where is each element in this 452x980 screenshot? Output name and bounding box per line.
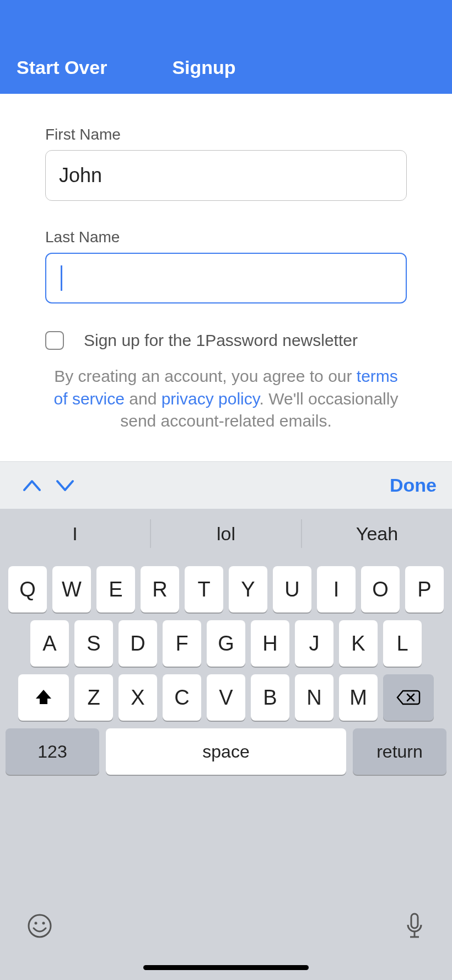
nav-bar: Start Over Signup bbox=[0, 0, 452, 94]
key-g[interactable]: G bbox=[207, 620, 245, 667]
key-l[interactable]: L bbox=[383, 620, 422, 667]
key-d[interactable]: D bbox=[119, 620, 157, 667]
key-s[interactable]: S bbox=[74, 620, 113, 667]
suggestion-bar: I lol Yeah bbox=[0, 509, 452, 558]
shift-key[interactable] bbox=[18, 674, 69, 721]
keyboard-assist-bar: Done bbox=[0, 461, 452, 509]
dictation-button[interactable] bbox=[403, 912, 426, 940]
newsletter-row: Sign up for the 1Password newsletter bbox=[45, 331, 407, 350]
key-a[interactable]: A bbox=[30, 620, 69, 667]
key-row-1: Q W E R T Y U I O P bbox=[6, 566, 446, 612]
emoji-icon bbox=[26, 913, 53, 939]
shift-icon bbox=[34, 688, 53, 707]
svg-point-4 bbox=[42, 922, 45, 925]
text-cursor bbox=[61, 265, 62, 291]
key-y[interactable]: Y bbox=[229, 566, 267, 612]
key-row-2: A S D F G H J K L bbox=[6, 620, 446, 667]
key-c[interactable]: C bbox=[163, 674, 201, 721]
first-name-input[interactable] bbox=[45, 150, 407, 201]
key-e[interactable]: E bbox=[96, 566, 135, 612]
key-v[interactable]: V bbox=[207, 674, 245, 721]
backspace-key[interactable] bbox=[383, 674, 434, 721]
numbers-key[interactable]: 123 bbox=[6, 728, 99, 775]
signup-form: First Name Last Name Sign up for the 1Pa… bbox=[0, 94, 452, 433]
prev-field-button[interactable] bbox=[15, 478, 49, 493]
key-k[interactable]: K bbox=[339, 620, 378, 667]
first-name-label: First Name bbox=[45, 126, 407, 143]
key-o[interactable]: O bbox=[361, 566, 400, 612]
suggestion-2[interactable]: lol bbox=[151, 517, 301, 550]
microphone-icon bbox=[403, 912, 426, 940]
key-h[interactable]: H bbox=[251, 620, 289, 667]
chevron-up-icon bbox=[22, 478, 42, 493]
key-z[interactable]: Z bbox=[74, 674, 113, 721]
newsletter-label: Sign up for the 1Password newsletter bbox=[84, 331, 358, 350]
chevron-down-icon bbox=[55, 478, 75, 493]
next-field-button[interactable] bbox=[49, 478, 82, 493]
key-b[interactable]: B bbox=[251, 674, 289, 721]
privacy-link[interactable]: privacy policy bbox=[162, 390, 260, 408]
return-key[interactable]: return bbox=[353, 728, 446, 775]
legal-prefix: By creating an account, you agree to our bbox=[54, 367, 357, 385]
last-name-input[interactable] bbox=[45, 253, 407, 303]
key-q[interactable]: Q bbox=[8, 566, 47, 612]
key-t[interactable]: T bbox=[185, 566, 223, 612]
key-r[interactable]: R bbox=[141, 566, 179, 612]
suggestion-1[interactable]: I bbox=[0, 517, 150, 550]
suggestion-3[interactable]: Yeah bbox=[302, 517, 452, 550]
svg-point-2 bbox=[29, 915, 51, 937]
key-u[interactable]: U bbox=[273, 566, 311, 612]
emoji-button[interactable] bbox=[26, 913, 53, 939]
svg-rect-5 bbox=[411, 914, 418, 928]
last-name-label: Last Name bbox=[45, 228, 407, 246]
key-p[interactable]: P bbox=[405, 566, 444, 612]
space-key[interactable]: space bbox=[106, 728, 346, 775]
key-i[interactable]: I bbox=[317, 566, 356, 612]
key-f[interactable]: F bbox=[163, 620, 201, 667]
first-name-group: First Name bbox=[45, 126, 407, 201]
key-row-3: Z X C V B N M bbox=[6, 674, 446, 721]
legal-and: and bbox=[125, 390, 162, 408]
newsletter-checkbox[interactable] bbox=[45, 331, 64, 350]
key-n[interactable]: N bbox=[295, 674, 333, 721]
key-m[interactable]: M bbox=[339, 674, 378, 721]
backspace-icon bbox=[396, 689, 421, 706]
key-w[interactable]: W bbox=[52, 566, 91, 612]
key-j[interactable]: J bbox=[295, 620, 333, 667]
svg-point-3 bbox=[35, 922, 37, 925]
key-row-bottom: 123 space return bbox=[0, 728, 452, 775]
page-title: Signup bbox=[172, 57, 235, 78]
key-rows: Q W E R T Y U I O P A S D F G H J K L Z bbox=[0, 566, 452, 721]
last-name-group: Last Name bbox=[45, 228, 407, 303]
legal-text: By creating an account, you agree to our… bbox=[45, 365, 407, 433]
keyboard: I lol Yeah Q W E R T Y U I O P A S D F G… bbox=[0, 509, 452, 980]
keyboard-done-button[interactable]: Done bbox=[390, 475, 437, 496]
home-indicator[interactable] bbox=[143, 965, 309, 970]
key-x[interactable]: X bbox=[119, 674, 157, 721]
start-over-button[interactable]: Start Over bbox=[0, 57, 107, 78]
